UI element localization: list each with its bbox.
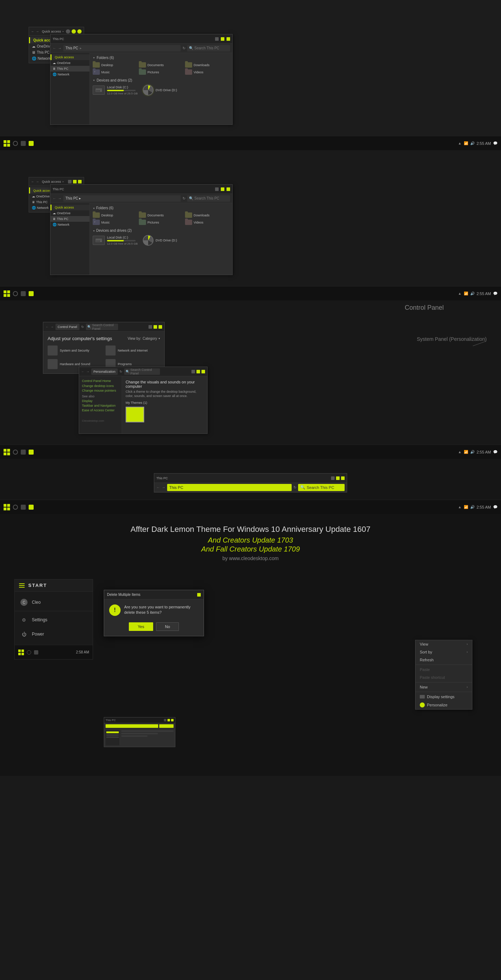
f2-videos[interactable]: Videos (185, 220, 230, 225)
tb3-y[interactable] (29, 450, 34, 455)
context-item-display[interactable]: Display settings (415, 693, 472, 701)
sidebar2-tp[interactable]: 🖥This PC (51, 216, 89, 222)
nav-fwd-bg[interactable]: → (36, 30, 39, 33)
nav-back-bg[interactable]: ← (31, 30, 34, 33)
minimize-btn-bg[interactable] (66, 29, 70, 33)
tb4-circle[interactable] (13, 505, 18, 510)
tb3-circle[interactable] (13, 450, 18, 455)
thumb-max[interactable] (168, 719, 170, 721)
dvd-drive[interactable]: DVD Drive (D:) (143, 85, 177, 95)
sidebar2-net[interactable]: 🌐Network (51, 222, 89, 228)
start-item-power[interactable]: ⏻ Power (15, 627, 93, 641)
f2-downloads[interactable]: Downloads (185, 212, 230, 218)
persona-address[interactable]: Personalization (91, 368, 118, 375)
close-btn-bg[interactable] (77, 29, 81, 33)
cp-viewby[interactable]: View by: Category ▾ (128, 337, 160, 340)
start-tb-sq[interactable] (34, 650, 38, 654)
ye-min[interactable] (331, 476, 335, 480)
folder-videos[interactable]: Videos (185, 69, 230, 75)
context-item-new[interactable]: New› (415, 683, 472, 691)
cp-max[interactable] (153, 325, 157, 329)
sidebar-item-quickaccess-1[interactable]: Quick access (51, 54, 89, 60)
folder-documents[interactable]: Documents (139, 62, 183, 68)
min2[interactable] (215, 188, 219, 191)
dialog-no-button[interactable]: No (156, 622, 179, 631)
sidebar-item-onedrive-1[interactable]: ☁OneDrive (51, 60, 89, 66)
start-item-settings[interactable]: ⚙ Settings (15, 612, 93, 627)
folder-pictures[interactable]: Pictures (139, 69, 183, 75)
folder-music[interactable]: ♪ Music (93, 69, 137, 75)
persona-max[interactable] (196, 370, 200, 374)
toolbar-back-1[interactable]: ← (53, 46, 56, 50)
start-button-3[interactable] (3, 449, 10, 455)
max2-bg[interactable] (73, 180, 77, 183)
thumb-min[interactable] (164, 719, 166, 721)
folder-downloads[interactable]: Downloads (185, 62, 230, 68)
maximize-btn-bg[interactable] (72, 29, 76, 33)
sidebar-item-thispc-1[interactable]: 🖥This PC (51, 66, 89, 72)
yellow-address-bar[interactable]: This PC (167, 484, 292, 491)
start-win-logo[interactable] (18, 649, 24, 655)
context-item-sortby[interactable]: Sort by› (415, 648, 472, 656)
f2-pictures[interactable]: Pictures (139, 220, 183, 225)
thumb-close[interactable] (171, 719, 174, 721)
max2[interactable] (221, 188, 224, 191)
search-box-2[interactable]: 🔍Search This PC (187, 195, 230, 202)
ye-max[interactable] (336, 476, 340, 480)
persona-link-display[interactable]: Display (82, 399, 119, 403)
tb4-y[interactable] (29, 505, 34, 510)
close-btn-1[interactable] (227, 37, 230, 41)
local-disk[interactable]: Local Disk (C:) 12.0 GB free of 29.5 GB (93, 85, 138, 95)
tb3-sq[interactable] (21, 450, 26, 455)
tb2-y[interactable] (29, 291, 34, 296)
cp-item-net[interactable]: Network and Internet (105, 345, 160, 356)
sidebar-item-network-1[interactable]: 🌐Network (51, 72, 89, 77)
taskbar-yellow-1[interactable] (29, 141, 34, 146)
cp-search[interactable]: 🔍Search Control Panel (86, 324, 118, 330)
tb2-sq[interactable] (21, 291, 26, 296)
local-disk-2[interactable]: Local Disk (C:) 12.0 GB free of 29.5 GB (93, 235, 138, 246)
persona-home-link[interactable]: Control Panel Home (82, 379, 119, 383)
dialog-yes-button[interactable]: Yes (129, 622, 153, 631)
cp-item-sys[interactable]: System and Security (48, 345, 102, 356)
close2-bg[interactable] (78, 180, 81, 183)
address-dropdown-1[interactable]: ▸ (80, 46, 81, 50)
persona-link-taskbar[interactable]: Taskbar and Navigation (82, 404, 119, 407)
persona-link-ease[interactable]: Ease of Access Center (82, 409, 119, 412)
refresh-btn-1[interactable]: ↻ (182, 46, 185, 50)
ye-close[interactable] (341, 476, 345, 480)
dialog-close-btn[interactable] (197, 593, 201, 597)
dvd-drive-2[interactable]: DVD Drive (D:) (143, 235, 177, 246)
start-tb-circle[interactable] (27, 650, 31, 654)
start-button-4[interactable] (3, 504, 10, 511)
start-item-cleo[interactable]: C Cleo (15, 595, 93, 609)
folder-desktop[interactable]: Desktop (93, 62, 137, 68)
min2-bg[interactable] (68, 180, 72, 183)
context-item-refresh[interactable]: Refresh (415, 656, 472, 664)
f2-documents[interactable]: Documents (139, 212, 183, 218)
yellow-search-box[interactable]: 🔍 Search This PC (298, 484, 345, 491)
toolbar-fwd-1[interactable]: → (58, 46, 62, 50)
sidebar2-od[interactable]: ☁OneDrive (51, 210, 89, 216)
start-button-1[interactable] (3, 140, 10, 146)
persona-link-1[interactable]: Change desktop icons (82, 384, 119, 388)
context-item-view[interactable]: View› (415, 640, 472, 648)
cp-close[interactable] (158, 325, 162, 329)
taskbar-square-1[interactable] (21, 141, 26, 146)
start-button-2[interactable] (3, 290, 10, 297)
address-bar-1[interactable]: This PC ▸ (63, 45, 181, 51)
cp-min[interactable] (148, 325, 152, 329)
cp-address[interactable]: Control Panel (56, 324, 80, 330)
close2[interactable] (227, 188, 230, 191)
persona-link-2[interactable]: Change mouse pointers (82, 389, 119, 392)
persona-search[interactable]: 🔍Search Control Panel (124, 368, 160, 375)
persona-theme-preview[interactable] (126, 407, 144, 422)
sidebar2-qa[interactable]: Quick access (51, 205, 89, 210)
persona-min[interactable] (191, 370, 195, 374)
max-btn-1[interactable] (221, 37, 224, 41)
tb4-sq[interactable] (21, 505, 26, 510)
persona-close[interactable] (201, 370, 205, 374)
min-btn-1[interactable] (215, 37, 219, 41)
hamburger-icon[interactable] (19, 583, 25, 588)
f2-music[interactable]: ♪ Music (93, 220, 137, 225)
